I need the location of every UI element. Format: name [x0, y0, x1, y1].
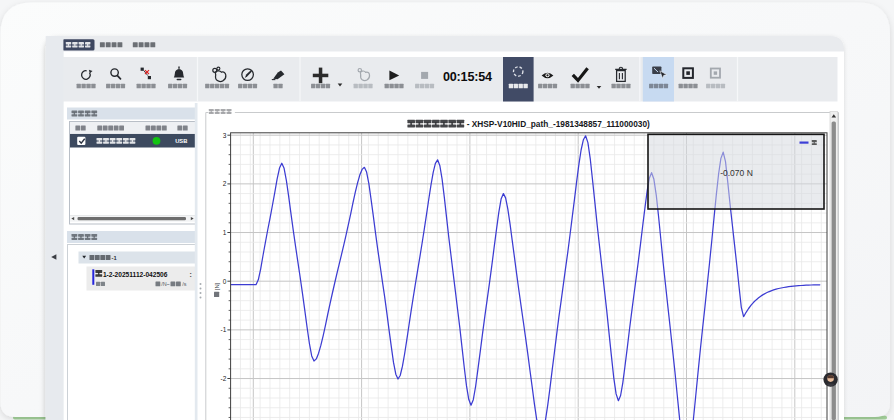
svg-text:-1: -1 [221, 326, 227, 333]
svg-text:USB: USB [175, 138, 187, 144]
svg-text:00:15:54: 00:15:54 [443, 70, 492, 84]
svg-text:0: 0 [223, 278, 227, 285]
svg-text:- XHSP-V10HID_path_-1981348857: - XHSP-V10HID_path_-1981348857_111000030… [467, 119, 650, 129]
svg-text:-2: -2 [221, 375, 227, 382]
svg-text:[N]: [N] [214, 282, 220, 290]
svg-text:3: 3 [223, 132, 227, 139]
svg-text:2: 2 [223, 180, 227, 187]
svg-text:-1: -1 [112, 255, 118, 261]
svg-text:/s: /s [182, 281, 186, 287]
svg-text:1: 1 [223, 229, 227, 236]
svg-text::: : [190, 271, 192, 278]
svg-text:/N~: /N~ [161, 281, 170, 287]
svg-text:1-2-20251112-042506: 1-2-20251112-042506 [103, 271, 168, 278]
svg-text:-0.070 N: -0.070 N [720, 168, 753, 178]
